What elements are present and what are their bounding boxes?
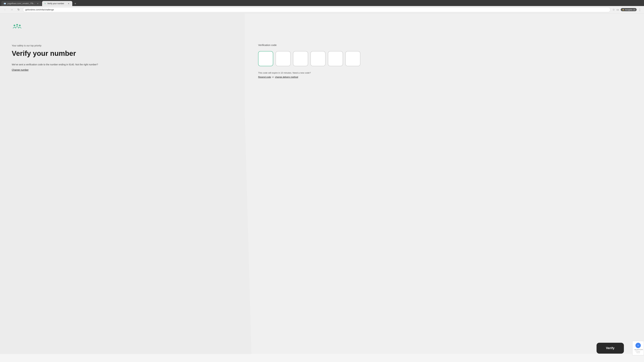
- url-bar[interactable]: gofundme.com/mfa/challenge: [23, 7, 610, 12]
- expiry-text: This code will expire in 10 minutes. Nee…: [258, 71, 630, 74]
- code-input-4[interactable]: [310, 51, 326, 66]
- page-subtitle: Your safety is our top priority: [12, 44, 233, 47]
- address-bar: ← → ↻ gofundme.com/mfa/challenge ☆ ▭ 🕵 I…: [0, 6, 644, 13]
- logo: [12, 23, 233, 31]
- bookmark-icon[interactable]: ☆: [612, 8, 615, 11]
- verify-button-container: Verify: [596, 343, 624, 354]
- code-input-1[interactable]: [258, 51, 273, 66]
- incognito-icon: 🕵: [622, 8, 624, 11]
- code-input-5[interactable]: [328, 51, 343, 66]
- resend-or-text: or: [272, 76, 274, 78]
- verification-label: Verification code: [258, 43, 630, 46]
- incognito-label: Incognito (3): [625, 9, 635, 11]
- recaptcha-links[interactable]: Privacy · Terms: [634, 351, 642, 354]
- sidebar-icon[interactable]: ▭: [616, 8, 619, 11]
- tab-2-favicon: ↻: [44, 2, 46, 5]
- left-panel: Your safety is our top priority Verify y…: [0, 13, 245, 354]
- tabs-bar: 📧 pageflows.com/_emails/_/7fb... ✕ ↻ Ver…: [0, 0, 644, 6]
- tab-2-label: Verify your number: [47, 2, 66, 5]
- forward-button[interactable]: →: [10, 7, 14, 12]
- tab-2[interactable]: ↻ Verify your number ✕: [42, 1, 72, 6]
- code-input-2[interactable]: [276, 51, 291, 66]
- incognito-badge: 🕵 Incognito (3): [621, 8, 636, 11]
- recaptcha-text: reCAPTCHA: [634, 349, 642, 351]
- page-wrapper: Your safety is our top priority Verify y…: [0, 13, 644, 354]
- tab-1-favicon: 📧: [4, 2, 6, 5]
- tab-2-close[interactable]: ✕: [67, 2, 70, 5]
- svg-text:R: R: [638, 345, 639, 346]
- verify-button[interactable]: Verify: [596, 343, 624, 354]
- change-delivery-link[interactable]: change delivery method: [275, 76, 298, 78]
- recaptcha-logo-icon: R: [636, 343, 641, 348]
- code-inputs: [258, 51, 630, 66]
- resend-code-link[interactable]: Resend code: [258, 76, 271, 78]
- gofundme-logo-icon: [12, 23, 22, 30]
- reload-button[interactable]: ↻: [16, 7, 21, 12]
- menu-icon[interactable]: ⋮: [638, 8, 641, 11]
- code-input-6[interactable]: [345, 51, 360, 66]
- svg-point-0: [14, 25, 15, 26]
- tab-1-label: pageflows.com/_emails/_/7fb...: [8, 2, 35, 5]
- right-panel: Verification code This code will expire …: [245, 13, 644, 354]
- back-button[interactable]: ←: [3, 7, 8, 12]
- verification-section: Verification code This code will expire …: [258, 43, 630, 78]
- change-number-link[interactable]: Change number: [12, 68, 233, 71]
- resend-row: Resend code or change delivery method: [258, 76, 630, 78]
- code-input-3[interactable]: [293, 51, 308, 66]
- svg-point-2: [19, 25, 21, 26]
- new-tab-button[interactable]: +: [73, 1, 78, 6]
- address-right: ☆ ▭ 🕵 Incognito (3) ⋮: [612, 8, 641, 11]
- page-title: Verify your number: [12, 50, 233, 57]
- recaptcha-badge: R reCAPTCHA Privacy · Terms: [632, 341, 644, 355]
- page-description: We've sent a verification code to the nu…: [12, 63, 233, 66]
- svg-point-1: [16, 24, 18, 26]
- url-text: gofundme.com/mfa/challenge: [25, 8, 54, 11]
- tab-1[interactable]: 📧 pageflows.com/_emails/_/7fb... ✕: [1, 1, 42, 6]
- tab-1-close[interactable]: ✕: [36, 2, 39, 5]
